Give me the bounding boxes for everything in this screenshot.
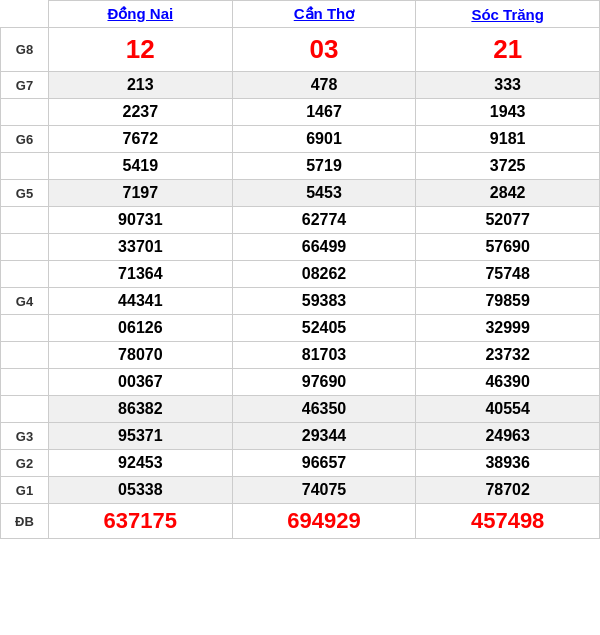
cell-g2-0: 92453: [49, 450, 233, 477]
cell-g4-3-1: 59383: [232, 288, 416, 315]
cell-g1-0: 05338: [49, 477, 233, 504]
cell-g3-1-2: 24963: [416, 423, 600, 450]
cell-g4-0-1: 62774: [232, 207, 416, 234]
cell-g4-1-2: 57690: [416, 234, 600, 261]
cell-g6-0-2: 1943: [416, 99, 600, 126]
lottery-table: Đồng Nai Cần Thơ Sóc Trăng G8120321G7213…: [0, 0, 600, 539]
cell-g7-1: 478: [232, 72, 416, 99]
cell-g7-2: 333: [416, 72, 600, 99]
cell-g4-4-1: 52405: [232, 315, 416, 342]
cell-g4-2-2: 75748: [416, 261, 600, 288]
row-label-g6-0: [1, 99, 49, 126]
cell-g4-0-0: 90731: [49, 207, 233, 234]
cell-g4-1-1: 66499: [232, 234, 416, 261]
row-label-g6-1: G6: [1, 126, 49, 153]
row-label-g5: G5: [1, 180, 49, 207]
cell-g3-0-0: 86382: [49, 396, 233, 423]
cell-g3-1-0: 95371: [49, 423, 233, 450]
row-label-g4-0: [1, 207, 49, 234]
row-label-g4-2: [1, 261, 49, 288]
cell-g3-1-1: 29344: [232, 423, 416, 450]
row-label-g4-4: [1, 315, 49, 342]
cell-g3-0-1: 46350: [232, 396, 416, 423]
header-dong-nai: Đồng Nai: [49, 1, 233, 28]
cell-đb-1: 694929: [232, 504, 416, 539]
cell-g4-5-0: 78070: [49, 342, 233, 369]
row-label-g2: G2: [1, 450, 49, 477]
row-label-g3-0: [1, 396, 49, 423]
row-label-g3-1: G3: [1, 423, 49, 450]
cell-g5-2: 2842: [416, 180, 600, 207]
row-label-g4-1: [1, 234, 49, 261]
row-label-đb: ĐB: [1, 504, 49, 539]
row-label-g6-2: [1, 153, 49, 180]
cell-g4-4-2: 32999: [416, 315, 600, 342]
cell-g1-1: 74075: [232, 477, 416, 504]
row-label-g4-5: [1, 342, 49, 369]
cell-g4-2-0: 71364: [49, 261, 233, 288]
cell-g6-1-0: 7672: [49, 126, 233, 153]
cell-g7-0: 213: [49, 72, 233, 99]
cell-g6-0-1: 1467: [232, 99, 416, 126]
cell-g4-1-0: 33701: [49, 234, 233, 261]
cell-g4-5-2: 23732: [416, 342, 600, 369]
cell-g4-3-0: 44341: [49, 288, 233, 315]
row-label-g4-3: G4: [1, 288, 49, 315]
cell-g1-2: 78702: [416, 477, 600, 504]
cell-g5-1: 5453: [232, 180, 416, 207]
cell-g8-0: 12: [49, 28, 233, 72]
cell-g4-4-0: 06126: [49, 315, 233, 342]
cell-g6-2-1: 5719: [232, 153, 416, 180]
row-label-g7: G7: [1, 72, 49, 99]
cell-g4-2-1: 08262: [232, 261, 416, 288]
cell-g6-0-0: 2237: [49, 99, 233, 126]
cell-g4-6-2: 46390: [416, 369, 600, 396]
cell-g4-3-2: 79859: [416, 288, 600, 315]
cell-g6-1-2: 9181: [416, 126, 600, 153]
cell-g5-0: 7197: [49, 180, 233, 207]
cell-g3-0-2: 40554: [416, 396, 600, 423]
cell-g4-6-1: 97690: [232, 369, 416, 396]
header-can-tho: Cần Thơ: [232, 1, 416, 28]
row-label-g4-6: [1, 369, 49, 396]
row-label-g8: G8: [1, 28, 49, 72]
cell-g8-1: 03: [232, 28, 416, 72]
cell-g4-0-2: 52077: [416, 207, 600, 234]
cell-g4-5-1: 81703: [232, 342, 416, 369]
header-label-col: [1, 1, 49, 28]
cell-g6-1-1: 6901: [232, 126, 416, 153]
cell-g2-1: 96657: [232, 450, 416, 477]
cell-g6-2-2: 3725: [416, 153, 600, 180]
header-soc-trang: Sóc Trăng: [416, 1, 600, 28]
row-label-g1: G1: [1, 477, 49, 504]
cell-g2-2: 38936: [416, 450, 600, 477]
cell-đb-2: 457498: [416, 504, 600, 539]
cell-đb-0: 637175: [49, 504, 233, 539]
cell-g4-6-0: 00367: [49, 369, 233, 396]
cell-g8-2: 21: [416, 28, 600, 72]
cell-g6-2-0: 5419: [49, 153, 233, 180]
